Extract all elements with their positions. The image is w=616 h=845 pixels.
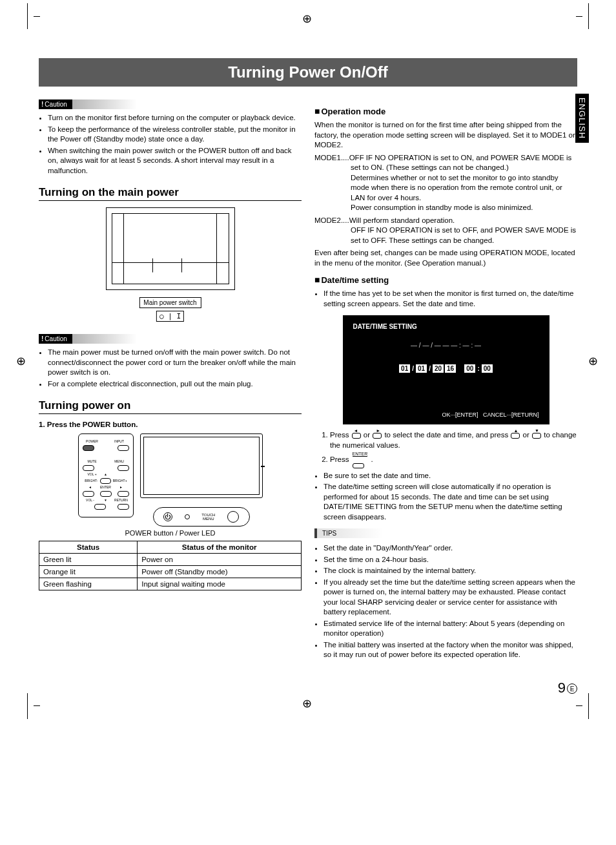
dt-screen-blank-row: — / — / — — — : — : — [353,342,539,349]
down-arrow-key-icon [532,433,541,439]
caution-list-top: Turn on the monitor first before turning… [39,113,302,176]
main-power-switch-figure: Main power switch ○ | I [39,207,302,290]
caution-label: !Caution [39,334,72,344]
dt-ok-hint: OK···[ENTER] [442,412,478,418]
right-arrow-key-icon [373,433,382,439]
dt-screen-title: DATE/TIME SETTING [353,323,539,330]
dt-cancel-hint: CANCEL···[RETURN] [483,412,539,418]
caution-label: !Caution [39,99,72,109]
mode1-description: MODE1....OFF IF NO OPERATION is set to O… [314,153,577,213]
date-time-intro: If the time has yet to be set when the m… [314,289,577,309]
control-bar-icon: ⏻ TOUCH MENU [153,507,250,527]
left-arrow-key-icon [352,433,361,439]
enter-key-icon: ENTER [353,452,368,468]
touch-menu-icon [227,511,239,523]
section-operation-mode: ■Operation mode [314,106,577,116]
tips-list: Set the date in "Day/Month/Year" order. … [314,543,577,660]
section-turning-power-on: Turning power on [39,399,302,414]
figure-caption: POWER button / Power LED [39,529,302,537]
monitor-icon [140,433,263,498]
power-led-icon [185,514,190,519]
page-title: Turning Power On/Off [39,58,577,87]
caution-list-mid: The main power must be turned on/off wit… [39,348,302,389]
main-power-switch-label: Main power switch [139,297,201,308]
operation-mode-intro: When the monitor is turned on for the fi… [314,120,577,151]
date-time-screen: DATE/TIME SETTING — / — / — — — : — : — … [343,315,549,424]
remote-control-icon: POWERINPUT MUTEMENU VOL +▲ BRIGHT-BRIGHT… [78,433,134,517]
section-turning-on-main-power: Turning on the main power [39,186,302,201]
tips-label: TIPS [314,528,411,538]
page-number: 9E [39,680,577,696]
power-button-icon: ⏻ [163,512,172,521]
date-time-steps: Press or to select the date and time, an… [314,430,577,468]
power-switch-symbol-icon: ○ | I [156,311,184,322]
mode2-description: MODE2....Will perform standard operation… [314,216,577,246]
up-arrow-key-icon [511,433,520,439]
language-mark-icon: E [567,683,577,694]
operation-mode-note: Even after being set, changes can be mad… [314,248,577,268]
led-status-table: Status Status of the monitor Green litPo… [39,541,302,590]
remote-and-monitor-figure: POWERINPUT MUTEMENU VOL +▲ BRIGHT-BRIGHT… [39,433,302,527]
date-time-notes: Be sure to set the date and time. The da… [314,471,577,523]
dt-screen-date-row: 01/01/2016 00:00 [353,364,539,373]
step-press-power: 1. Press the POWER button. [39,421,302,428]
section-date-time-setting: ■Date/time setting [314,275,577,285]
